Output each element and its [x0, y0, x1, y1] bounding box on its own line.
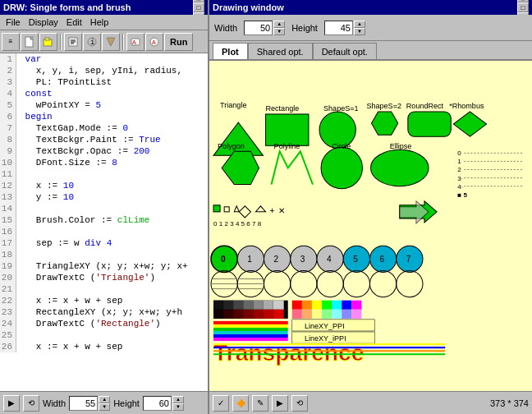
- toolbar-btn-open[interactable]: [39, 33, 57, 51]
- toolbar-btn-7[interactable]: [102, 33, 120, 51]
- toolbar-btn-6[interactable]: i: [83, 33, 101, 51]
- svg-text:5: 5: [353, 255, 358, 264]
- svg-rect-105: [351, 301, 361, 310]
- svg-text:RoundRect: RoundRect: [406, 102, 444, 110]
- height-input-bottom[interactable]: [143, 396, 172, 411]
- code-line-8: 8 TextBckgr.Paint := True: [0, 134, 208, 145]
- svg-text:0: 0: [221, 255, 226, 264]
- bottom-icon-2[interactable]: ⟲: [23, 395, 39, 412]
- draw-icon-2[interactable]: 🔶: [232, 395, 249, 412]
- svg-text:ShapeS=2: ShapeS=2: [366, 102, 401, 110]
- width-spin-down-top[interactable]: ▼: [273, 28, 285, 35]
- width-input-group: ▲ ▼: [69, 396, 110, 411]
- width-spin-down[interactable]: ▼: [99, 403, 110, 411]
- svg-rect-100: [302, 301, 312, 310]
- draw-icon-5[interactable]: ⟲: [291, 395, 308, 412]
- svg-rect-96: [253, 310, 263, 319]
- svg-text:Transparence: Transparence: [213, 339, 364, 366]
- drawing-bottom-bar: ✓ 🔶 ✎ ▶ ⟲ 373 * 374: [209, 391, 532, 414]
- svg-rect-90: [264, 301, 273, 310]
- svg-rect-103: [332, 301, 342, 310]
- height-spin-up-top[interactable]: ▲: [354, 21, 365, 28]
- toolbar-sep-1: [60, 34, 62, 50]
- code-line-11: 11: [0, 168, 208, 180]
- svg-rect-109: [322, 310, 332, 319]
- svg-rect-92: [213, 310, 223, 319]
- toolbar-btn-5[interactable]: [64, 33, 82, 51]
- svg-text:i: i: [90, 39, 94, 47]
- code-line-17: 17 sep := w div 4: [0, 237, 208, 249]
- drawing-top-bar: Width ▲ ▼ Height ▲ ▼: [209, 15, 532, 41]
- code-line-13: 13 y := 10: [0, 191, 208, 203]
- svg-text:A: A: [152, 39, 156, 46]
- code-line-16: 16: [0, 226, 208, 237]
- right-maximize-btn[interactable]: □: [517, 2, 529, 12]
- draw-icon-3[interactable]: ✎: [252, 395, 268, 412]
- height-spin-down-top[interactable]: ▼: [354, 28, 365, 35]
- open-icon: [43, 36, 54, 48]
- width-spin-up-top[interactable]: ▲: [273, 21, 285, 28]
- height-spin-top: ▲ ▼: [354, 21, 365, 35]
- width-input-bottom[interactable]: [69, 396, 98, 411]
- left-window-title: DRW: Single forms and brush: [3, 2, 131, 12]
- svg-text:Triangle: Triangle: [220, 101, 246, 109]
- svg-rect-117: [213, 321, 288, 324]
- left-maximize-btn[interactable]: □: [193, 2, 204, 12]
- svg-text:+: +: [270, 206, 275, 215]
- svg-text:LineXY_PPI: LineXY_PPI: [305, 322, 345, 330]
- main-layout: DRW: Single forms and brush _ □ ✕ File D…: [0, 0, 532, 414]
- menu-edit[interactable]: Edit: [62, 16, 86, 28]
- drawing-canvas: Triangle Rectangle ShapeS=1 ShapeS=2 Rou…: [209, 61, 532, 391]
- drawing-window-title: Drawing window: [213, 2, 284, 12]
- svg-rect-88: [243, 301, 253, 310]
- tabs-area: Plot Shared opt. Default opt.: [209, 41, 532, 61]
- svg-rect-110: [332, 310, 342, 319]
- svg-text:7: 7: [406, 255, 411, 264]
- svg-point-42: [371, 150, 429, 186]
- height-input-top[interactable]: [324, 21, 353, 35]
- toolbar-btn-9[interactable]: A: [145, 33, 163, 51]
- svg-text:1: 1: [457, 158, 461, 165]
- btn6-icon: i: [86, 36, 98, 48]
- tab-default-opt[interactable]: Default opt.: [313, 43, 377, 59]
- svg-text:3: 3: [300, 255, 305, 264]
- code-editor[interactable]: 1 var 2 x, y, i, sep, yIni, radius, 3 PL…: [0, 53, 208, 391]
- svg-text:0: 0: [457, 150, 461, 157]
- code-line-4: 4 const: [0, 88, 208, 99]
- menu-file[interactable]: File: [2, 16, 25, 28]
- toolbar-btn-8[interactable]: A: [126, 33, 144, 51]
- toolbar-btn-new[interactable]: [21, 33, 39, 51]
- code-line-22: 22 x := x + w + sep: [0, 295, 208, 306]
- height-spin-down[interactable]: ▼: [172, 403, 184, 411]
- svg-rect-108: [312, 310, 322, 319]
- width-spin-up[interactable]: ▲: [99, 396, 110, 403]
- svg-rect-118: [213, 324, 288, 328]
- svg-rect-86: [223, 301, 233, 310]
- tab-shared-opt[interactable]: Shared opt.: [248, 43, 313, 59]
- btn9-icon: A: [149, 36, 160, 48]
- svg-text:6: 6: [380, 255, 385, 264]
- svg-rect-101: [312, 301, 322, 310]
- width-spin-btns: ▲ ▼: [99, 396, 110, 411]
- tab-plot[interactable]: Plot: [213, 43, 248, 59]
- right-panel: Drawing window _ □ ✕ Width ▲ ▼ Height: [209, 0, 532, 414]
- svg-text:4: 4: [327, 255, 332, 264]
- code-line-26: 26 x := x + w + sep: [0, 341, 208, 352]
- draw-icon-1[interactable]: ✓: [213, 395, 229, 412]
- new-file-icon: [24, 36, 35, 48]
- height-spin-up[interactable]: ▲: [172, 396, 184, 403]
- svg-rect-94: [233, 310, 243, 319]
- bottom-icon-1[interactable]: ▶: [3, 395, 20, 412]
- svg-rect-120: [213, 331, 288, 334]
- run-button[interactable]: Run: [164, 33, 193, 51]
- width-group-top: ▲ ▼: [244, 21, 285, 35]
- width-input-top[interactable]: [244, 21, 273, 35]
- btn5-icon: [67, 36, 79, 48]
- menu-display[interactable]: Display: [25, 16, 62, 28]
- menu-help[interactable]: Help: [86, 16, 113, 28]
- toolbar-btn-1[interactable]: ≡: [2, 33, 20, 51]
- svg-text:4·: 4·: [457, 183, 463, 191]
- code-line-25: 25: [0, 329, 208, 341]
- code-line-6: 6 begin: [0, 111, 208, 122]
- draw-icon-4[interactable]: ▶: [272, 395, 288, 412]
